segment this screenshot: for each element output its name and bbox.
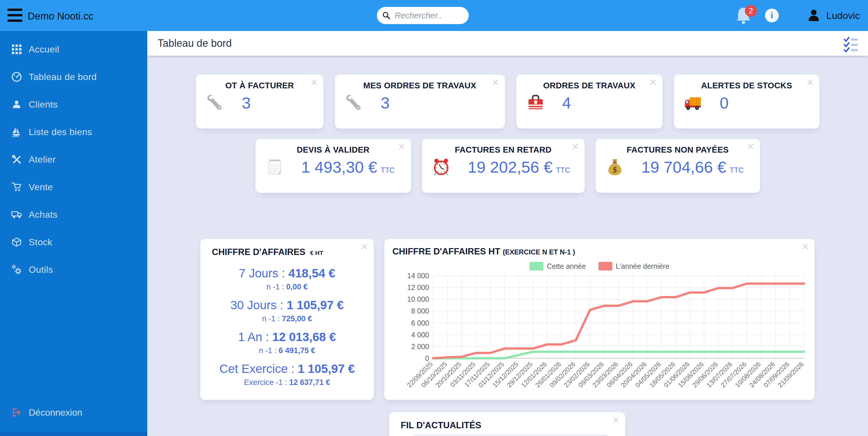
close-icon[interactable]: × [650,76,657,88]
close-icon[interactable]: × [572,140,579,153]
close-icon[interactable]: × [802,241,809,253]
revenue-card-title: CHIFFRE D'AFFAIRES € HT [212,247,323,257]
person-icon [11,99,22,110]
alarm-clock-icon [432,158,451,176]
wrench-icon [206,93,225,112]
stat-card-title: ORDRES DE TRAVAUX [516,81,662,90]
svg-text:10 000: 10 000 [407,295,429,303]
sidebar-item-label: Outils [29,265,53,275]
logout-icon [11,407,22,417]
ttc-suffix: TTC [381,166,395,174]
revenue-card-title-suffix: € HT [310,249,323,256]
chart-title: CHIFFRE D'AFFAIRES HT (EXERCICE N ET N-1… [392,246,575,257]
stat-card-amount: 19 704,66 € [642,158,726,176]
stat-card-title: OT À FACTURER [196,81,323,90]
legend-swatch-red [598,262,612,270]
notification-badge: 2 [745,5,757,17]
stat-card-ordres-de-travaux: ORDRES DE TRAVAUX × 4 [516,75,662,129]
sidebar-item-deconnexion[interactable]: Déconnexion [0,404,147,421]
sidebar-item-label: Tableau de bord [29,72,97,82]
delivery-truck-icon [684,93,703,112]
legend-item-annee-derniere[interactable]: L'année dernière [598,262,670,270]
stat-card-amount: 19 202,56 € [468,158,553,176]
box-icon [11,236,22,248]
revenue-row-30-jours: 30 Jours : 1 105,97 € [200,298,374,312]
sidebar-item-label: Achats [29,209,58,220]
hamburger-menu-icon[interactable] [7,9,22,22]
revenue-row-1-an: 1 An : 12 013,68 € [200,330,374,344]
stat-card-value: 1 493,30 €TTC [301,158,395,176]
revenue-row-1-an-n1: n -1 : 6 491,75 € [200,346,374,355]
ttc-suffix: TTC [556,166,570,174]
revenue-rows: 7 Jours : 418,54 € n -1 : 0,00 € 30 Jour… [200,266,374,394]
search-input[interactable] [395,11,464,20]
user-avatar-icon [806,8,821,23]
stat-card-mes-ordres-de-travaux: MES ORDRES DE TRAVAUX × 3 [335,75,505,129]
cart-icon [11,181,22,193]
sidebar-item-atelier[interactable]: Atelier [0,146,147,173]
sidebar-bottom-strip [0,432,147,436]
svg-text:4 000: 4 000 [411,331,429,339]
sidebar-item-clients[interactable]: Clients [0,91,147,118]
chart-legend: Cette année L'année dernière [384,262,815,270]
sidebar-item-stock[interactable]: Stock [0,228,147,256]
sidebar-item-label: Liste des biens [29,127,92,137]
svg-text:2 000: 2 000 [411,342,429,350]
svg-text:8 000: 8 000 [411,307,429,315]
sidebar-item-label: Déconnexion [29,407,82,418]
ttc-suffix: TTC [730,166,744,174]
close-icon[interactable]: × [361,241,368,253]
revenue-chart-card: CHIFFRE D'AFFAIRES HT (EXERCICE N ET N-1… [384,239,815,400]
notepad-icon [265,158,284,176]
page-title: Tableau de bord [158,37,231,49]
stat-card-amount: 1 493,30 € [301,158,377,176]
stat-card-title: MES ORDRES DE TRAVAUX [335,81,505,90]
legend-swatch-green [530,262,544,270]
sidebar-item-achats[interactable]: Achats [0,201,147,228]
legend-label: L'année dernière [616,262,670,270]
sidebar-item-accueil[interactable]: Accueil [0,36,147,63]
stat-card-title: DEVIS À VALIDER [255,145,411,155]
sailboat-icon [11,126,22,138]
stat-cards-row-2: DEVIS À VALIDER × 1 493,30 €TTC [147,139,868,193]
dashboard-icon [11,71,22,82]
legend-item-cette-annee[interactable]: Cette année [530,262,586,270]
top-bar: Demo Nooti.cc 2 i Ludovic [0,0,868,31]
stat-cards-row-1: OT À FACTURER × 3 MES ORDRES DE TRAVAUX … [147,75,868,129]
stat-card-factures-non-payees: FACTURES NON PAYÉES × $ 19 704,66 €TTC [596,139,760,193]
close-icon[interactable]: × [398,140,405,153]
sidebar-item-outils[interactable]: Outils [0,256,147,283]
revenue-row-30-jours-n1: n -1 : 725,00 € [200,314,374,323]
content-header: Tableau de bord [147,31,868,56]
revenue-row-7-jours-n1: n -1 : 0,00 € [200,282,374,292]
revenue-card-title-text: CHIFFRE D'AFFAIRES [212,247,305,257]
close-icon[interactable]: × [807,76,814,88]
close-icon[interactable]: × [311,76,318,88]
stat-card-value: 0 [720,94,729,112]
checklist-icon[interactable] [843,36,859,53]
close-icon[interactable]: × [747,140,754,153]
revenue-row-cet-exercice: Cet Exercice : 1 105,97 € [200,362,374,376]
chart-title-text: CHIFFRE D'AFFAIRES HT [392,246,500,257]
user-menu[interactable]: Ludovic [806,8,860,23]
tools-icon [11,154,22,165]
revenue-summary-card: CHIFFRE D'AFFAIRES € HT × 7 Jours : 418,… [200,239,374,400]
search-icon [382,11,391,20]
close-icon[interactable]: × [492,76,499,88]
sidebar-item-tableau-de-bord[interactable]: Tableau de bord [0,63,147,91]
sidebar-item-vente[interactable]: Vente [0,173,147,201]
notifications-button[interactable]: 2 [735,6,752,25]
grid-icon [11,44,22,55]
revenue-row-7-jours: 7 Jours : 418,54 € [200,266,374,280]
sidebar-item-liste-des-biens[interactable]: Liste des biens [0,118,147,146]
brand-title: Demo Nooti.cc [28,10,94,22]
close-icon[interactable]: × [612,414,619,426]
legend-label: Cette année [547,262,586,270]
news-feed-item [412,435,610,436]
stat-card-value: 19 202,56 €TTC [468,158,570,176]
search-bar[interactable] [377,7,469,24]
sidebar-item-label: Clients [29,99,58,110]
stat-card-value: 3 [242,94,251,112]
stat-card-ot-a-facturer: OT À FACTURER × 3 [196,75,323,129]
info-icon[interactable]: i [765,9,779,22]
